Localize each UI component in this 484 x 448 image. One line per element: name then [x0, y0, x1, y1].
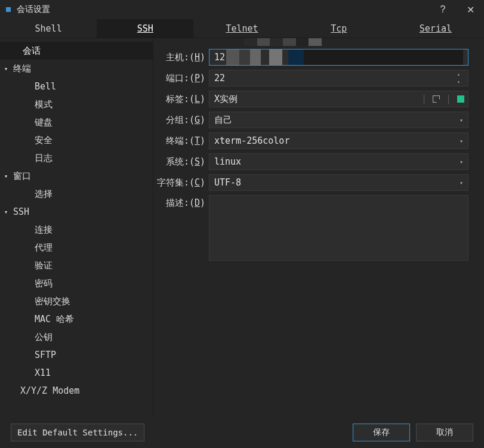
group-select[interactable]: 自己 ▾ [209, 112, 468, 128]
port-input[interactable]: 22 ▴▾ [209, 70, 468, 86]
app-icon [6, 7, 11, 12]
save-button[interactable]: 保存 [353, 424, 410, 441]
caret-down-icon: ▾ [2, 172, 10, 180]
sidebar-item-proxy[interactable]: 代理 [0, 239, 153, 257]
label-label: 标签:(L) [153, 94, 209, 105]
sidebar-item-terminal[interactable]: ▾终端 [0, 60, 153, 78]
sidebar-item-mac[interactable]: MAC 哈希 [0, 310, 153, 328]
tab-telnet[interactable]: Telnet [193, 19, 290, 38]
separator-icon: | [421, 94, 427, 104]
terminal-select[interactable]: xterm-256color ▾ [209, 132, 468, 149]
sidebar-item-auth[interactable]: 验证 [0, 257, 153, 274]
chevron-down-icon: ▾ [460, 159, 463, 165]
sidebar-item-log[interactable]: 日志 [0, 149, 153, 167]
system-select[interactable]: linux ▾ [209, 153, 468, 170]
host-label: 主机:(H) [153, 52, 209, 63]
sidebar-item-x11[interactable]: X11 [0, 364, 153, 382]
close-button[interactable]: ✕ [457, 4, 484, 16]
separator-icon: | [446, 94, 451, 104]
sidebar-item-pubkey[interactable]: 公钥 [0, 328, 153, 346]
sidebar-item-ssh[interactable]: ▾SSH [0, 203, 153, 221]
sidebar-item-modem[interactable]: X/Y/Z Modem [0, 382, 153, 400]
sidebar: 会话 ▾终端 Bell 模式 键盘 安全 日志 ▾窗口 选择 ▾SSH 连接 代… [0, 38, 153, 417]
label-input[interactable]: X实例 | | [209, 91, 468, 107]
charset-label: 字符集:(C) [153, 177, 209, 189]
tab-shell[interactable]: Shell [0, 19, 97, 38]
charset-select[interactable]: UTF-8 ▾ [209, 174, 468, 191]
sidebar-item-password[interactable]: 密码 [0, 274, 153, 292]
tab-bar: Shell SSH Telnet Tcp Serial [0, 19, 484, 38]
desc-label: 描述:(D) [153, 195, 209, 209]
form-panel: 主机:(H) 12 端口:(P [153, 38, 484, 417]
terminal-label: 终端:(T) [153, 135, 209, 147]
port-label: 端口:(P) [153, 73, 209, 84]
chevron-down-icon: ▾ [460, 138, 463, 144]
sidebar-item-window[interactable]: ▾窗口 [0, 167, 153, 185]
caret-down-icon: ▾ [2, 208, 10, 216]
window-title: 会话设置 [17, 4, 50, 15]
group-label: 分组:(G) [153, 115, 209, 126]
edit-icon[interactable] [433, 95, 440, 103]
cancel-button[interactable]: 取消 [416, 424, 473, 441]
tab-ssh[interactable]: SSH [97, 19, 193, 38]
description-textarea[interactable] [209, 195, 468, 261]
redaction-mask [226, 50, 463, 65]
sidebar-item-sftp[interactable]: SFTP [0, 346, 153, 364]
sidebar-item-bell[interactable]: Bell [0, 78, 153, 95]
sidebar-item-mode[interactable]: 模式 [0, 95, 153, 113]
title-bar: 会话设置 ? ✕ [0, 0, 484, 19]
sidebar-item-keyboard[interactable]: 键盘 [0, 113, 153, 131]
edit-defaults-button[interactable]: Edit Default Settings... [11, 424, 144, 441]
sidebar-item-select[interactable]: 选择 [0, 185, 153, 203]
system-label: 系统:(S) [153, 156, 209, 168]
caret-down-icon: ▾ [2, 65, 10, 73]
help-button[interactable]: ? [429, 4, 457, 15]
spin-icon[interactable]: ▴▾ [457, 72, 465, 85]
footer: Edit Default Settings... 保存 取消 [0, 417, 484, 448]
sidebar-item-kex[interactable]: 密钥交换 [0, 292, 153, 310]
sidebar-item-connect[interactable]: 连接 [0, 221, 153, 239]
tab-serial[interactable]: Serial [387, 19, 484, 38]
decorative-glitch [244, 38, 322, 46]
tab-tcp[interactable]: Tcp [291, 19, 387, 38]
sidebar-item-session[interactable]: 会话 [0, 42, 153, 60]
chevron-down-icon: ▾ [460, 180, 463, 186]
chevron-down-icon: ▾ [460, 117, 463, 123]
color-swatch[interactable] [457, 95, 464, 103]
host-input[interactable]: 12 [209, 49, 468, 66]
sidebar-item-security[interactable]: 安全 [0, 131, 153, 149]
